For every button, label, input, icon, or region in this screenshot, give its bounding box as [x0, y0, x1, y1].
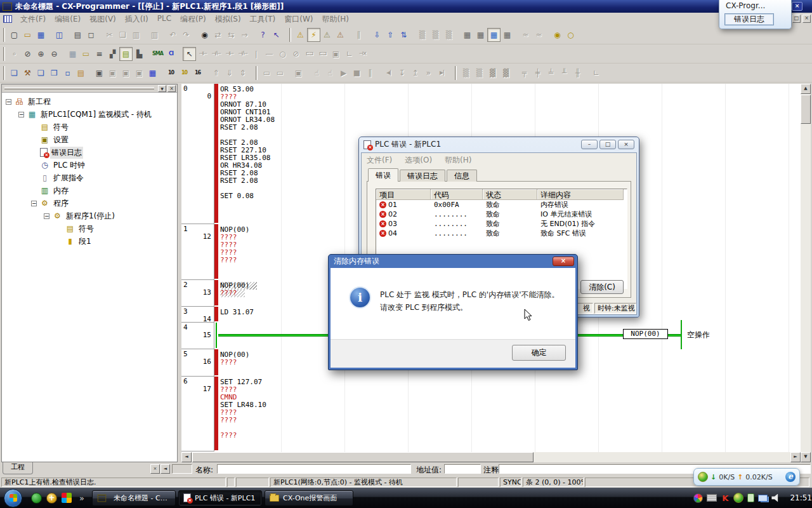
- taskbar-clock[interactable]: 21:51: [790, 493, 812, 502]
- tree-item-plc[interactable]: −▦新PLC1[CQM1] 监视模式 - 待机: [2, 108, 177, 121]
- taskbar-button-3[interactable]: CX-One报警画面: [265, 490, 353, 506]
- find-icon[interactable]: ◉: [198, 28, 211, 42]
- open-icon[interactable]: ▭: [21, 28, 34, 42]
- tree-item-programs[interactable]: −⚙程序: [2, 197, 177, 210]
- chevron-icon[interactable]: »: [79, 493, 84, 503]
- error-row-4[interactable]: ×04........致命致命 SFC 错误: [376, 229, 627, 238]
- properties-window-icon[interactable]: ▤: [74, 66, 88, 80]
- tree-item-error-log[interactable]: 错误日志: [2, 146, 177, 159]
- binary-monitor-icon[interactable]: ▦: [146, 66, 159, 80]
- menu-item-10[interactable]: 帮助(H): [318, 14, 353, 25]
- instruction-text[interactable]: ????: [220, 257, 237, 264]
- download-to-plc-icon[interactable]: ⇩: [370, 28, 384, 42]
- volume-icon[interactable]: [771, 494, 780, 502]
- dialog-menu-1[interactable]: 文件(F): [367, 155, 392, 166]
- mdi-close-icon[interactable]: ×: [802, 15, 811, 23]
- drag-handle[interactable]: [4, 87, 154, 90]
- tree-item-memory[interactable]: ▥内存: [2, 184, 177, 197]
- monitor-alarm-icon[interactable]: ⚡: [307, 28, 320, 42]
- expander-icon[interactable]: −: [31, 201, 37, 206]
- tree-item-program1[interactable]: −⚙新程序1(停止): [2, 210, 177, 222]
- instruction-text[interactable]: RSET 2.08: [220, 124, 258, 131]
- release-protect-icon[interactable]: ○: [564, 28, 577, 42]
- comment-box-icon[interactable]: ▭: [79, 47, 93, 61]
- scroll-down-icon[interactable]: ▼: [801, 452, 811, 462]
- column-header-4[interactable]: 详细内容: [537, 189, 624, 200]
- expander-icon[interactable]: −: [44, 213, 49, 219]
- network-speed-widget[interactable]: ↓ 0K/S ↑ 0.02K/S e: [693, 468, 800, 486]
- power-plug-icon[interactable]: [747, 493, 754, 502]
- expander-icon[interactable]: −: [18, 112, 24, 117]
- overview-list-icon[interactable]: ≡: [93, 47, 106, 61]
- toolbar-handle[interactable]: [256, 66, 258, 80]
- instruction-text[interactable]: ????: [220, 417, 237, 424]
- menu-item-4[interactable]: 插入(I): [121, 14, 153, 25]
- tree-item-plc-clock[interactable]: ◷PLC 时钟: [2, 159, 177, 171]
- print-preview-icon[interactable]: ◻: [84, 28, 98, 42]
- menu-item-1[interactable]: 文件(F): [16, 14, 50, 25]
- toolbar-handle[interactable]: [455, 66, 457, 80]
- toolbar-handle[interactable]: [3, 47, 5, 61]
- tree-item-project[interactable]: −品新工程: [2, 95, 177, 108]
- error-row-1[interactable]: ×010x00FA致命内存错误: [376, 200, 627, 210]
- debug-mode-icon[interactable]: ▦: [474, 28, 487, 42]
- toolbar-handle[interactable]: [3, 66, 5, 80]
- quick-launch-browser-icon[interactable]: [31, 493, 42, 504]
- print-setup-icon[interactable]: ◫: [53, 28, 66, 42]
- dialog-menu-3[interactable]: 帮助(H): [445, 155, 471, 166]
- bar-prev-icon[interactable]: ◄: [160, 464, 170, 474]
- instruction-text[interactable]: ????: [220, 290, 245, 297]
- zoom-in-icon[interactable]: ⊕: [34, 47, 48, 61]
- select-tool-icon[interactable]: ↖: [183, 47, 196, 61]
- instruction-text[interactable]: RSET 2.08: [220, 177, 258, 185]
- dialog-menu-2[interactable]: 选项(O): [405, 155, 432, 166]
- program-mode-icon[interactable]: ▦: [461, 28, 474, 42]
- tree-item-settings[interactable]: ▣设置: [2, 133, 177, 146]
- tree-item-section1[interactable]: ▮段1: [2, 235, 177, 248]
- clear-button[interactable]: 清除(C): [580, 280, 624, 294]
- minimize-icon[interactable]: –: [581, 140, 598, 149]
- set-protect-icon[interactable]: ◉: [551, 28, 564, 42]
- column-header-1[interactable]: 项目: [376, 189, 431, 200]
- tab-3[interactable]: 信息: [447, 170, 477, 182]
- scroll-right-icon[interactable]: ►: [790, 452, 801, 462]
- ci-window-icon[interactable]: CI: [164, 47, 178, 61]
- rung-wrap-icon[interactable]: ▞: [106, 47, 119, 61]
- zoom-out-icon[interactable]: ⊖: [48, 47, 61, 61]
- taskbar-button-1[interactable]: 未命名標題 - CX-Pr...: [92, 490, 176, 506]
- cx-programmer-float-window[interactable]: CX-Progr... 错误日志: [719, 0, 792, 29]
- tab-1[interactable]: 错误: [368, 168, 398, 182]
- upload-from-plc-icon[interactable]: ⇧: [384, 28, 397, 42]
- restore-icon[interactable]: □: [792, 15, 801, 23]
- address-field[interactable]: [444, 464, 481, 474]
- watch-window-icon[interactable]: ▫: [61, 66, 74, 80]
- grid-icon[interactable]: ▦: [66, 47, 79, 61]
- menu-item-7[interactable]: 模拟(S): [211, 14, 246, 25]
- new-icon[interactable]: ▢: [8, 28, 21, 42]
- tree-item-program1-symbols[interactable]: ▤符号: [2, 222, 177, 235]
- toolbar-handle[interactable]: [289, 28, 291, 42]
- error-row-3[interactable]: ×03........致命无 END(01) 指令: [376, 219, 627, 229]
- maximize-icon[interactable]: □: [599, 140, 616, 149]
- print-icon[interactable]: ▤: [71, 28, 84, 42]
- error-log-button[interactable]: 错误日志: [724, 13, 774, 25]
- instruction-text[interactable]: ????: [220, 432, 237, 439]
- context-help-icon[interactable]: ↖: [270, 28, 283, 42]
- alarm-icon[interactable]: ⚠: [294, 28, 307, 42]
- cross-reference-icon[interactable]: ▣: [93, 66, 106, 80]
- error-row-2[interactable]: ×02........致命IO 单元结束错误: [376, 210, 627, 219]
- dialog-close-icon[interactable]: ×: [618, 140, 634, 149]
- output-window-icon[interactable]: ❒: [48, 66, 61, 80]
- find-report-window-icon[interactable]: ❏: [34, 66, 48, 80]
- sma-library-icon[interactable]: SMA: [151, 47, 164, 61]
- network-status-icon[interactable]: [758, 495, 768, 502]
- scroll-up-icon[interactable]: ▲: [801, 84, 811, 94]
- menu-item-3[interactable]: 视图(V): [85, 14, 121, 25]
- menu-item-9[interactable]: 窗口(W): [280, 14, 317, 25]
- chevron-down-icon[interactable]: ▼: [158, 85, 166, 92]
- scrollbar-thumb[interactable]: [801, 95, 811, 124]
- zoom-select-icon[interactable]: ⊘: [21, 47, 34, 61]
- menu-item-8[interactable]: 工具(T): [246, 14, 280, 25]
- 360-ball-icon[interactable]: [733, 493, 743, 503]
- hex-monitor-icon[interactable]: 16: [191, 66, 204, 80]
